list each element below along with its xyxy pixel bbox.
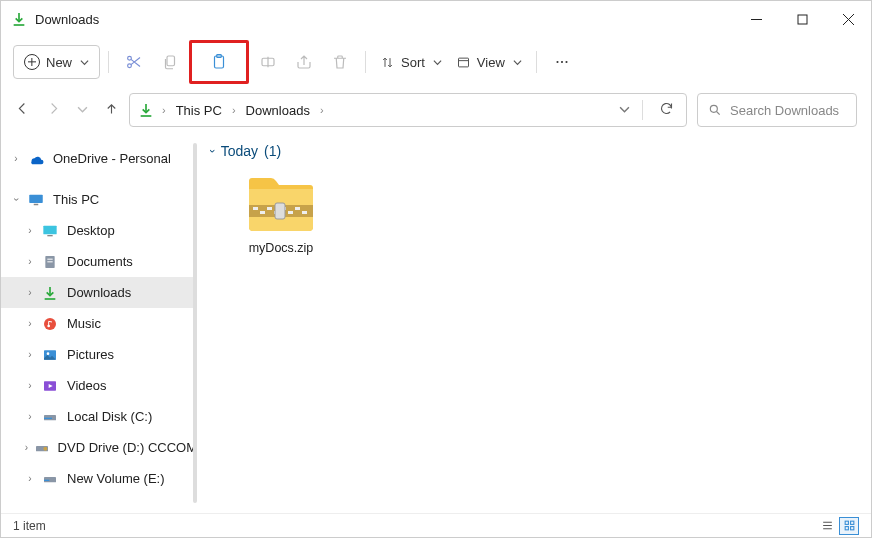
svg-rect-29 [44, 479, 49, 480]
separator [108, 51, 109, 73]
close-button[interactable] [825, 1, 871, 37]
ellipsis-icon [553, 53, 571, 71]
back-button[interactable] [15, 101, 30, 120]
sidebar-item-label: Videos [67, 378, 107, 393]
chevron-down-icon [513, 58, 522, 67]
view-button[interactable]: View [450, 45, 528, 79]
sidebar-item-desktop[interactable]: › Desktop [1, 215, 197, 246]
sidebar-item-local-disk-c[interactable]: › Local Disk (C:) [1, 401, 197, 432]
delete-button[interactable] [323, 45, 357, 79]
svg-point-20 [47, 324, 50, 327]
search-input[interactable]: Search Downloads [697, 93, 857, 127]
svg-rect-18 [47, 261, 52, 262]
svg-point-19 [44, 318, 56, 330]
sidebar-item-label: Local Disk (C:) [67, 409, 152, 424]
sidebar-item-label: Music [67, 316, 101, 331]
group-label: Today [221, 143, 258, 159]
videos-icon [41, 377, 59, 395]
sidebar-item-downloads[interactable]: › Downloads [1, 277, 197, 308]
new-button[interactable]: New [13, 45, 100, 79]
sidebar-item-label: DVD Drive (D:) CCCOM [58, 440, 197, 455]
downloads-icon [138, 102, 154, 118]
chevron-right-icon[interactable]: › [23, 473, 37, 484]
group-header[interactable]: › Today (1) [211, 143, 857, 159]
details-view-button[interactable] [817, 517, 837, 535]
svg-rect-41 [850, 521, 853, 524]
share-button[interactable] [287, 45, 321, 79]
sidebar-item-pictures[interactable]: › Pictures [1, 339, 197, 370]
breadcrumb-root[interactable]: This PC [174, 103, 224, 118]
separator [536, 51, 537, 73]
forward-button[interactable] [46, 101, 61, 120]
titlebar: Downloads [1, 1, 871, 37]
cut-button[interactable] [117, 45, 151, 79]
chevron-right-icon[interactable]: › [23, 287, 37, 298]
address-bar[interactable]: › This PC › Downloads › [129, 93, 687, 127]
chevron-right-icon: › [318, 104, 326, 116]
dvd-icon [34, 439, 50, 457]
monitor-icon [27, 191, 45, 209]
refresh-button[interactable] [655, 101, 678, 120]
up-button[interactable] [104, 101, 119, 120]
breadcrumb-current[interactable]: Downloads [244, 103, 312, 118]
zip-folder-icon [245, 175, 317, 235]
sidebar-item-videos[interactable]: › Videos [1, 370, 197, 401]
svg-rect-25 [44, 417, 52, 418]
sidebar-item-label: Downloads [67, 285, 131, 300]
svg-point-1 [128, 56, 132, 60]
chevron-right-icon[interactable]: › [23, 225, 37, 236]
sidebar-item-new-volume-e[interactable]: › New Volume (E:) [1, 463, 197, 494]
more-button[interactable] [545, 45, 579, 79]
svg-rect-17 [47, 258, 52, 259]
icons-view-button[interactable] [839, 517, 859, 535]
svg-rect-7 [458, 58, 468, 67]
paste-highlight [189, 40, 249, 84]
chevron-right-icon[interactable]: › [9, 153, 23, 164]
file-label: myDocs.zip [249, 241, 314, 255]
chevron-right-icon: › [230, 104, 238, 116]
maximize-button[interactable] [779, 1, 825, 37]
sidebar-item-label: Desktop [67, 223, 115, 238]
svg-rect-33 [267, 207, 272, 210]
sidebar-item-dvd-drive[interactable]: › DVD Drive (D:) CCCOM [1, 432, 197, 463]
chevron-down-icon[interactable]: › [11, 193, 22, 207]
sort-button[interactable]: Sort [374, 45, 448, 79]
copy-button[interactable] [153, 45, 187, 79]
chevron-right-icon[interactable]: › [23, 380, 37, 391]
sidebar-item-documents[interactable]: › Documents [1, 246, 197, 277]
chevron-right-icon[interactable]: › [23, 256, 37, 267]
svg-point-8 [556, 61, 558, 63]
chevron-right-icon[interactable]: › [23, 349, 37, 360]
svg-rect-13 [34, 203, 39, 205]
recent-button[interactable] [77, 101, 88, 119]
chevron-right-icon[interactable]: › [23, 318, 37, 329]
new-label: New [46, 55, 72, 70]
paste-button[interactable] [202, 45, 236, 79]
svg-rect-36 [288, 211, 293, 214]
status-bar: 1 item [1, 513, 871, 537]
sidebar-item-onedrive[interactable]: › OneDrive - Personal [1, 143, 197, 174]
sidebar-item-music[interactable]: › Music [1, 308, 197, 339]
share-icon [295, 53, 313, 71]
file-item[interactable]: myDocs.zip [231, 175, 331, 255]
svg-rect-37 [295, 207, 300, 210]
svg-point-9 [561, 61, 563, 63]
trash-icon [331, 53, 349, 71]
chevron-down-icon [80, 58, 89, 67]
sidebar-item-thispc[interactable]: › This PC [1, 184, 197, 215]
minimize-button[interactable] [733, 1, 779, 37]
rename-button[interactable] [251, 45, 285, 79]
search-placeholder: Search Downloads [730, 103, 839, 118]
chevron-right-icon: › [160, 104, 168, 116]
view-icon [456, 55, 471, 70]
sidebar-item-label: New Volume (E:) [67, 471, 165, 486]
address-dropdown[interactable] [619, 101, 630, 119]
view-label: View [477, 55, 505, 70]
content-area[interactable]: › Today (1) [197, 133, 871, 513]
address-row: › This PC › Downloads › Search Downloads [1, 87, 871, 133]
svg-rect-0 [798, 15, 807, 24]
svg-rect-15 [47, 235, 52, 236]
chevron-right-icon[interactable]: › [23, 442, 30, 453]
search-icon [708, 103, 722, 117]
chevron-right-icon[interactable]: › [23, 411, 37, 422]
